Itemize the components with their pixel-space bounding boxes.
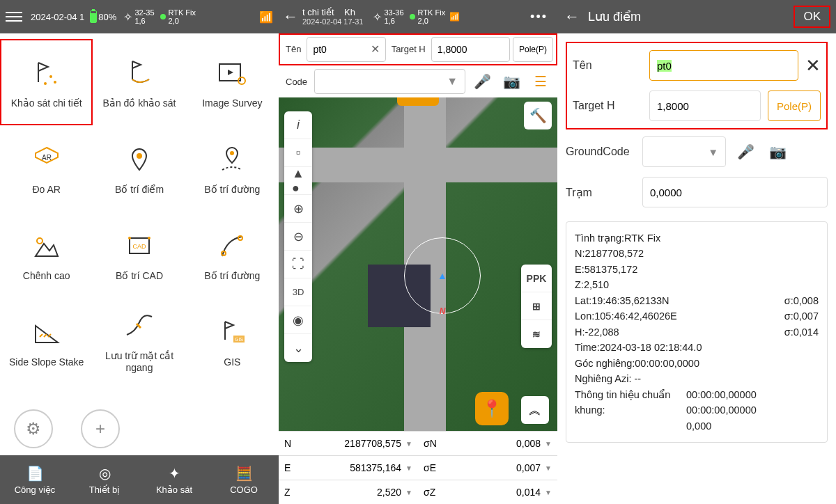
status-date: 2024-02-04 1 xyxy=(31,12,84,22)
svg-point-6 xyxy=(137,153,142,159)
highlighted-inputs: Tên pt0 ✕ Target H 1,8000 Pole(P) xyxy=(566,42,828,129)
map-view[interactable]: 🔨 i ▫ ▲● ⊕ ⊖ ⛶ 3D ◉ ⌄ PPK ⊞ ≋ N 📍 ︽ xyxy=(279,97,557,431)
grid-item-elevation[interactable]: Chênh cao xyxy=(0,212,93,298)
image-survey-icon xyxy=(214,56,250,92)
nav-project[interactable]: 📄Công việc xyxy=(0,455,70,504)
nav-device[interactable]: ◎Thiết bị xyxy=(70,455,139,504)
bottom-nav: 📄Công việc ◎Thiết bị ✦Khảo sát 🧮COGO xyxy=(0,455,279,504)
svg-point-7 xyxy=(230,151,234,155)
survey-grid: Khảo sát chi tiết Bản đồ khảo sát Image … xyxy=(0,33,279,402)
code-row: Code ▼ 🎤 📷 ☰ xyxy=(279,65,557,97)
battery-indicator: 80% xyxy=(90,10,116,23)
slope-icon xyxy=(29,315,65,351)
grid-item-stake-line[interactable]: Bố trí đường xyxy=(186,125,279,212)
mic-icon[interactable]: 🎤 xyxy=(733,139,758,164)
nav-cogo[interactable]: 🧮COGO xyxy=(209,455,279,504)
drag-handle[interactable] xyxy=(397,97,439,106)
info-icon[interactable]: i xyxy=(284,111,312,139)
coord-table: N2187708,575▼σN0,008▼ E581375,164▼σE0,00… xyxy=(279,431,557,504)
target-h-input[interactable]: 1,8000 xyxy=(431,37,510,62)
road-icon xyxy=(214,228,250,265)
code-select[interactable]: ▼ xyxy=(314,69,465,94)
svg-point-8 xyxy=(37,238,42,244)
save-point-header: ← Lưu điểm OK xyxy=(557,0,836,33)
svg-text:CAD: CAD xyxy=(132,243,146,250)
collapse-icon[interactable]: ︽ xyxy=(521,396,549,424)
name-target-row: Tên pt0✕ Target H 1,8000 Pole(P) xyxy=(279,33,557,65)
map-right-controls: PPK ⊞ ≋ xyxy=(521,265,552,348)
ar-icon: AR xyxy=(29,142,65,178)
cad-icon: CAD xyxy=(121,228,157,265)
grid-item-cad[interactable]: CAD Bố trí CAD xyxy=(93,212,185,298)
pole-button[interactable]: Pole(P) xyxy=(768,90,821,121)
3d-icon[interactable]: 3D xyxy=(284,278,312,306)
compass: N xyxy=(404,237,481,314)
point-info: Tình trạng:RTK Fix N:2187708,572 E:58137… xyxy=(566,221,828,443)
rtk-indicator: RTK Fix2,0 xyxy=(410,8,446,25)
status-bar: 2024-02-04 1 80% ✧32-351,6 RTK Fix2,0 📶 xyxy=(0,0,279,33)
svg-point-12 xyxy=(148,237,150,239)
flag-points-icon xyxy=(29,56,65,92)
svg-text:AR: AR xyxy=(42,154,52,162)
tool-icon[interactable]: 🔨 xyxy=(524,102,552,129)
ok-button[interactable]: OK xyxy=(795,7,829,26)
grid-item-survey-map[interactable]: Bản đồ khảo sát xyxy=(93,39,185,125)
more-icon[interactable]: ••• xyxy=(530,10,548,24)
target-icon[interactable]: ◉ xyxy=(284,306,312,334)
settings-button[interactable]: ⚙ xyxy=(14,409,53,448)
mic-icon[interactable]: 🎤 xyxy=(470,69,495,94)
satellite-indicator: ✧32-351,6 xyxy=(123,8,154,25)
ppk-button[interactable]: PPK xyxy=(521,265,552,292)
grid-icon[interactable]: ⊞ xyxy=(521,292,552,320)
elevation-icon xyxy=(29,228,65,265)
cad-layer-icon[interactable]: ▫ xyxy=(284,139,312,167)
pin-line-icon xyxy=(214,142,250,178)
menu-icon[interactable] xyxy=(6,12,22,22)
name-input[interactable]: pt0 xyxy=(649,50,798,81)
list-icon[interactable]: ☰ xyxy=(528,69,553,94)
camera-icon[interactable]: 📷 xyxy=(765,139,790,164)
back-icon[interactable]: ← xyxy=(564,8,580,26)
target-h-input[interactable]: 1,8000 xyxy=(649,90,761,121)
station-input[interactable]: 0,0000 xyxy=(642,177,828,207)
grid-item-detailed-survey[interactable]: Khảo sát chi tiết xyxy=(0,39,93,125)
svg-point-0 xyxy=(49,75,52,78)
add-button[interactable]: + xyxy=(81,409,120,448)
grid-item-image-survey[interactable]: Image Survey xyxy=(186,39,279,125)
map-left-controls: i ▫ ▲● ⊕ ⊖ ⛶ 3D ◉ ⌄ xyxy=(284,111,312,362)
groundcode-select[interactable]: ▼ xyxy=(642,136,726,167)
satellite-indicator: ✧33-361,6 xyxy=(373,8,403,25)
back-icon[interactable]: ← xyxy=(283,8,298,26)
nav-survey[interactable]: ✦Khảo sát xyxy=(139,455,209,504)
camera-icon[interactable]: 📷 xyxy=(499,69,524,94)
grid-item-cross-section[interactable]: Lưu trữ mặt cắt ngang xyxy=(93,298,185,384)
fullscreen-icon[interactable]: ⛶ xyxy=(284,251,312,278)
pole-button[interactable]: Pole(P) xyxy=(513,37,553,62)
rtk-indicator: RTK Fix2,0 xyxy=(160,8,196,25)
grid-item-stake-road[interactable]: Bố trí đường xyxy=(186,212,279,298)
status-bar-2: ← t chi tiết Kh2024-02-04 17-31 ✧33-361,… xyxy=(279,0,557,33)
cross-section-icon xyxy=(121,308,157,345)
antenna-icon[interactable]: 📶 xyxy=(449,12,460,22)
grid-item-slope[interactable]: Side Slope Stake xyxy=(0,298,93,384)
gis-icon: GIS xyxy=(214,315,250,351)
layers-icon[interactable]: ≋ xyxy=(521,320,552,348)
svg-point-14 xyxy=(238,236,242,240)
clear-icon[interactable]: ✕ xyxy=(371,42,380,56)
svg-point-2 xyxy=(44,82,47,85)
zoom-out-icon[interactable]: ⊖ xyxy=(284,223,312,251)
antenna-icon[interactable]: 📶 xyxy=(259,10,273,24)
clear-icon[interactable]: ✕ xyxy=(805,55,821,77)
svg-point-1 xyxy=(54,81,56,84)
page-title: Lưu điểm xyxy=(588,9,641,24)
north-icon[interactable]: ▲● xyxy=(284,167,312,195)
flag-path-icon xyxy=(121,56,157,92)
zoom-in-icon[interactable]: ⊕ xyxy=(284,195,312,223)
name-input[interactable]: pt0✕ xyxy=(307,37,385,62)
expand-icon[interactable]: ⌄ xyxy=(284,334,312,362)
grid-item-gis[interactable]: GIS GIS xyxy=(186,298,279,384)
pin-icon xyxy=(121,142,157,178)
record-button[interactable]: 📍 xyxy=(475,392,509,425)
grid-item-ar[interactable]: AR Đo AR xyxy=(0,125,93,212)
grid-item-stake-point[interactable]: Bố trí điểm xyxy=(93,125,185,212)
